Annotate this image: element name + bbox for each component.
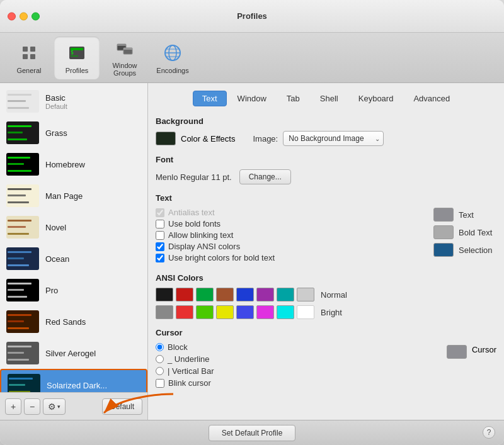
tab-shell[interactable]: Shell: [311, 91, 348, 106]
background-color-box[interactable]: [156, 132, 176, 145]
profile-thumb-basic: [6, 90, 39, 113]
profile-sub-basic: Default: [45, 103, 141, 110]
ansi-bright-0[interactable]: [156, 305, 173, 319]
default-button[interactable]: Default: [102, 398, 142, 415]
svg-rect-1: [30, 47, 35, 52]
svg-rect-7: [71, 55, 78, 57]
add-profile-button[interactable]: +: [5, 398, 21, 415]
sidebar: Basic Default Grass: [0, 83, 148, 420]
ansi-bright-row: Bright: [156, 305, 496, 319]
profile-item-silveraerogel[interactable]: Silver Aerogel: [0, 337, 147, 369]
profile-item-grass[interactable]: Grass: [0, 117, 147, 149]
svg-rect-2: [23, 54, 28, 59]
window-title: Profiles: [237, 11, 267, 21]
minimize-button[interactable]: [20, 12, 28, 20]
ansi-normal-0[interactable]: [156, 288, 173, 301]
ansi-colors-row: Display ANSI colors: [156, 242, 421, 251]
general-icon: [18, 42, 40, 64]
ansi-bright-7[interactable]: [297, 305, 314, 319]
cursor-vertical-radio[interactable]: [156, 367, 164, 375]
profile-item-manpage[interactable]: Man Page: [0, 180, 147, 211]
profile-thumb-pro: [6, 279, 39, 301]
ansi-bright-5[interactable]: [256, 305, 274, 319]
profile-item-pro[interactable]: Pro: [0, 274, 147, 306]
ansi-normal-1[interactable]: [176, 288, 193, 301]
blink-cursor-row: Blink cursor: [156, 378, 434, 388]
ansi-bright-6[interactable]: [277, 305, 294, 319]
ansi-bright-3[interactable]: [216, 305, 234, 319]
profile-thumb-novel: [6, 216, 39, 239]
text-color-swatch[interactable]: [433, 208, 454, 222]
blink-cursor-label: Blink cursor: [168, 378, 211, 388]
profile-item-redsands[interactable]: Red Sands: [0, 306, 147, 337]
toolbar-item-window-groups[interactable]: Window Groups: [102, 37, 147, 79]
bright-colors-checkbox[interactable]: [156, 254, 164, 262]
profile-thumb-manpage: [6, 184, 39, 207]
blink-cursor-checkbox[interactable]: [156, 379, 164, 388]
font-title: Font: [156, 155, 496, 164]
antialias-checkbox[interactable]: [156, 208, 164, 217]
ansi-normal-3[interactable]: [216, 288, 234, 301]
bold-text-color-swatch[interactable]: [433, 225, 454, 239]
add-icon: +: [11, 402, 16, 412]
ansi-normal-2[interactable]: [196, 288, 214, 301]
profile-thumb-solarized: [8, 374, 40, 392]
help-button[interactable]: ?: [483, 426, 495, 439]
toolbar-item-general[interactable]: General: [6, 37, 52, 79]
profile-info-silveraerogel: Silver Aerogel: [45, 349, 141, 358]
profile-item-basic[interactable]: Basic Default: [0, 86, 147, 117]
ansi-normal-label: Normal: [321, 290, 347, 300]
tab-window[interactable]: Window: [228, 91, 276, 106]
antialias-label: Antialias text: [168, 208, 215, 217]
ansi-normal-5[interactable]: [256, 288, 274, 301]
profile-thumb-redsands: [6, 310, 39, 333]
blinking-text-checkbox[interactable]: [156, 231, 164, 240]
profile-name-homebrew: Homebrew: [45, 160, 141, 169]
tab-text[interactable]: Text: [193, 91, 227, 106]
gear-button[interactable]: ⚙ ▾: [43, 398, 66, 415]
background-section: Background Color & Effects Image: No Bac…: [156, 116, 496, 146]
toolbar-item-encodings[interactable]: Encodings: [150, 37, 195, 79]
ansi-colors-title: ANSI Colors: [156, 273, 496, 283]
cursor-block-radio[interactable]: [156, 343, 164, 351]
tab-advanced[interactable]: Advanced: [404, 91, 459, 106]
ansi-normal-6[interactable]: [277, 288, 294, 301]
ansi-normal-7[interactable]: [297, 288, 314, 301]
text-title: Text: [156, 193, 496, 203]
profile-item-ocean[interactable]: Ocean: [0, 243, 147, 274]
background-image-select[interactable]: No Background Image: [283, 131, 384, 146]
svg-rect-10: [117, 44, 126, 46]
maximize-button[interactable]: [32, 12, 40, 20]
bright-colors-label: Use bright colors for bold text: [168, 253, 275, 262]
ansi-bright-1[interactable]: [176, 305, 193, 319]
ansi-bright-2[interactable]: [196, 305, 214, 319]
ansi-grid: Normal Bright: [156, 288, 496, 319]
cursor-color-swatch[interactable]: [447, 345, 467, 359]
profile-name-ocean: Ocean: [45, 254, 141, 264]
tab-tab[interactable]: Tab: [277, 91, 309, 106]
selection-color-swatch[interactable]: [433, 243, 454, 257]
tab-keyboard[interactable]: Keyboard: [349, 91, 403, 106]
toolbar-encodings-label: Encodings: [156, 67, 188, 74]
profile-item-homebrew[interactable]: Homebrew: [0, 149, 147, 180]
profile-info-solarized: Solarized Dark...: [47, 381, 140, 390]
change-font-button[interactable]: Change...: [239, 169, 291, 184]
ansi-normal-4[interactable]: [236, 288, 254, 301]
close-button[interactable]: [8, 12, 16, 20]
ansi-colors-checkbox[interactable]: [156, 242, 164, 251]
profile-item-solarized[interactable]: Solarized Dark...: [0, 369, 147, 392]
set-default-profile-button[interactable]: Set Default Profile: [209, 425, 296, 441]
toolbar-item-profiles[interactable]: $ Profiles: [54, 37, 100, 79]
profile-thumb-homebrew: [6, 153, 39, 176]
bold-text-color-row: Bold Text: [433, 225, 496, 239]
cursor-underline-radio[interactable]: [156, 355, 164, 363]
svg-rect-11: [123, 48, 132, 50]
profile-name-solarized: Solarized Dark...: [47, 381, 140, 390]
cursor-color-col: Cursor: [447, 342, 496, 390]
remove-profile-button[interactable]: −: [24, 398, 40, 415]
ansi-bright-4[interactable]: [236, 305, 254, 319]
antialias-row: Antialias text: [156, 208, 421, 217]
cursor-title: Cursor: [156, 328, 496, 337]
profile-item-novel[interactable]: Novel: [0, 211, 147, 243]
bold-fonts-checkbox[interactable]: [156, 220, 164, 228]
